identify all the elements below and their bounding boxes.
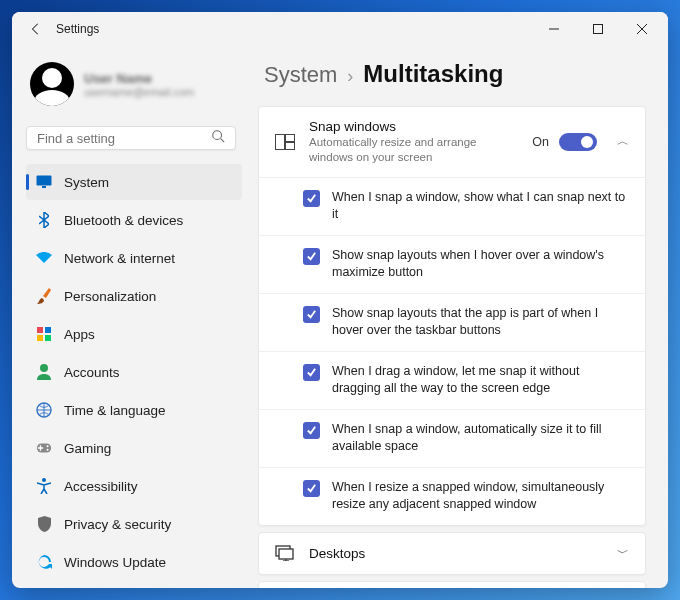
maximize-button[interactable] (576, 14, 620, 44)
nav-label: Privacy & security (64, 517, 171, 532)
shield-icon (36, 516, 52, 532)
chevron-down-icon: ﹀ (617, 545, 629, 562)
snap-option-1: Show snap layouts when I hover over a wi… (259, 236, 645, 294)
back-button[interactable] (26, 22, 46, 36)
nav-label: Apps (64, 327, 95, 342)
option-label: When I snap a window, show what I can sn… (332, 189, 629, 224)
nav-label: Accounts (64, 365, 120, 380)
sidebar-item-accessibility[interactable]: Accessibility (26, 468, 242, 504)
nav-label: Bluetooth & devices (64, 213, 183, 228)
update-icon (36, 554, 52, 570)
snap-windows-card: Snap windows Automatically resize and ar… (258, 106, 646, 526)
svg-rect-5 (42, 186, 46, 188)
snap-layout-icon (275, 134, 295, 150)
sidebar: User Name username@email.com SystemBluet… (12, 46, 250, 588)
svg-rect-16 (276, 134, 285, 149)
nav-label: Accessibility (64, 479, 138, 494)
svg-rect-20 (279, 549, 293, 559)
chevron-up-icon: ︿ (617, 133, 629, 150)
settings-window: Settings User Name username@email.com Sy… (12, 12, 668, 588)
snap-subtitle: Automatically resize and arrange windows… (309, 135, 518, 165)
apps-icon (36, 326, 52, 342)
alt-tab-card: Alt + Tab Pressing Alt + Tab shows (258, 581, 646, 588)
sidebar-item-apps[interactable]: Apps (26, 316, 242, 352)
svg-rect-7 (45, 327, 51, 333)
checkbox[interactable] (303, 364, 320, 381)
gaming-icon (36, 440, 52, 456)
sidebar-item-windows-update[interactable]: Windows Update (26, 544, 242, 580)
monitor-icon (36, 174, 52, 190)
search-box[interactable] (26, 126, 236, 150)
desktops-card: Desktops ﹀ (258, 532, 646, 575)
option-label: Show snap layouts that the app is part o… (332, 305, 629, 340)
checkbox[interactable] (303, 248, 320, 265)
nav-label: Windows Update (64, 555, 166, 570)
svg-rect-4 (37, 176, 52, 186)
nav-label: Time & language (64, 403, 166, 418)
nav-label: Personalization (64, 289, 156, 304)
wifi-icon (36, 250, 52, 266)
snap-title: Snap windows (309, 119, 518, 134)
checkbox[interactable] (303, 422, 320, 439)
sidebar-item-network-internet[interactable]: Network & internet (26, 240, 242, 276)
svg-point-13 (46, 445, 48, 447)
alt-tab-header[interactable]: Alt + Tab Pressing Alt + Tab shows (259, 582, 645, 588)
sidebar-item-system[interactable]: System (26, 164, 242, 200)
option-label: When I snap a window, automatically size… (332, 421, 629, 456)
checkbox[interactable] (303, 480, 320, 497)
option-label: When I drag a window, let me snap it wit… (332, 363, 629, 398)
close-button[interactable] (620, 14, 664, 44)
titlebar: Settings (12, 12, 668, 46)
nav-label: Gaming (64, 441, 111, 456)
page-title: Multitasking (363, 60, 503, 88)
accessibility-icon (36, 478, 52, 494)
checkbox[interactable] (303, 306, 320, 323)
snap-option-5: When I resize a snapped window, simultan… (259, 468, 645, 525)
person-icon (36, 364, 52, 380)
svg-point-14 (46, 449, 48, 451)
snap-option-0: When I snap a window, show what I can sn… (259, 178, 645, 236)
sidebar-item-accounts[interactable]: Accounts (26, 354, 242, 390)
brush-icon (36, 288, 52, 304)
minimize-button[interactable] (532, 14, 576, 44)
svg-rect-17 (286, 134, 295, 141)
avatar (30, 62, 74, 106)
profile-block[interactable]: User Name username@email.com (26, 54, 242, 122)
svg-point-15 (42, 478, 46, 482)
desktops-icon (275, 545, 295, 561)
snap-windows-header[interactable]: Snap windows Automatically resize and ar… (259, 107, 645, 177)
breadcrumb: System › Multitasking (258, 60, 646, 88)
sidebar-item-personalization[interactable]: Personalization (26, 278, 242, 314)
chevron-right-icon: › (347, 66, 353, 87)
nav-label: Network & internet (64, 251, 175, 266)
svg-point-2 (213, 131, 222, 140)
snap-option-3: When I drag a window, let me snap it wit… (259, 352, 645, 410)
breadcrumb-parent[interactable]: System (264, 62, 337, 88)
svg-rect-18 (286, 142, 295, 149)
sidebar-item-time-language[interactable]: Time & language (26, 392, 242, 428)
profile-email: username@email.com (84, 86, 194, 98)
sidebar-item-bluetooth-devices[interactable]: Bluetooth & devices (26, 202, 242, 238)
snap-options-list: When I snap a window, show what I can sn… (259, 177, 645, 525)
snap-toggle[interactable] (559, 133, 597, 151)
globe-clock-icon (36, 402, 52, 418)
window-title: Settings (56, 22, 99, 36)
desktops-header[interactable]: Desktops ﹀ (259, 533, 645, 574)
sidebar-item-privacy-security[interactable]: Privacy & security (26, 506, 242, 542)
svg-point-10 (40, 364, 48, 372)
profile-name: User Name (84, 71, 194, 86)
toggle-state-label: On (532, 135, 549, 149)
search-input[interactable] (37, 131, 211, 146)
desktops-title: Desktops (309, 546, 597, 561)
snap-option-4: When I snap a window, automatically size… (259, 410, 645, 468)
svg-rect-8 (37, 335, 43, 341)
svg-rect-1 (594, 25, 603, 34)
main-panel: System › Multitasking Snap windows Autom… (250, 46, 668, 588)
checkbox[interactable] (303, 190, 320, 207)
option-label: When I resize a snapped window, simultan… (332, 479, 629, 514)
svg-rect-9 (45, 335, 51, 341)
option-label: Show snap layouts when I hover over a wi… (332, 247, 629, 282)
bluetooth-icon (36, 212, 52, 228)
nav-label: System (64, 175, 109, 190)
sidebar-item-gaming[interactable]: Gaming (26, 430, 242, 466)
